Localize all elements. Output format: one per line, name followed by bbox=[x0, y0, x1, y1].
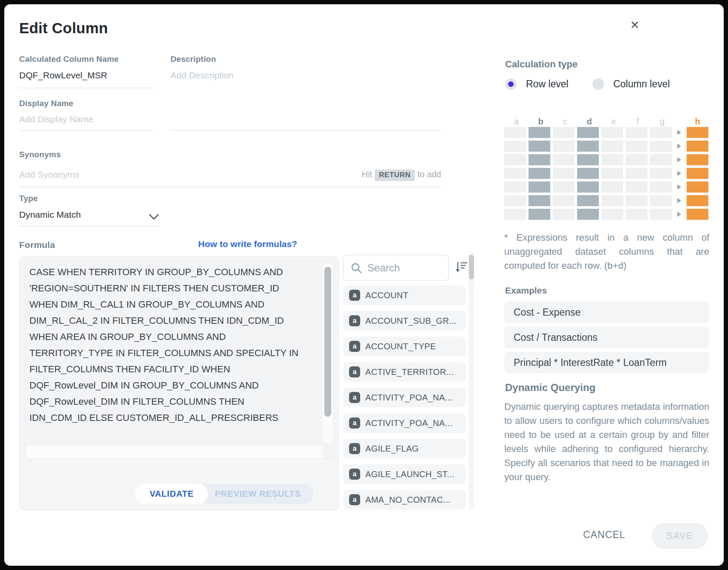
grid-cell bbox=[553, 181, 575, 193]
dynamic-querying-text: Dynamic querying captures metadata infor… bbox=[504, 400, 709, 484]
display-name-underline bbox=[19, 130, 153, 131]
grid-cell bbox=[529, 168, 550, 179]
grid-cell bbox=[601, 141, 623, 152]
example-item: Cost - Expense bbox=[504, 302, 709, 323]
list-item-label: ACCOUNT_SUB_GR... bbox=[365, 316, 456, 326]
search-box[interactable] bbox=[343, 255, 449, 281]
grid-letter: g bbox=[650, 117, 674, 127]
grid-cell bbox=[626, 154, 647, 165]
column-list-scrollbar-thumb[interactable] bbox=[469, 255, 474, 279]
radio-row-level-label: Row level bbox=[526, 78, 569, 90]
formula-scrollbar-thumb[interactable] bbox=[324, 267, 331, 417]
row-arrow-icon bbox=[674, 144, 684, 149]
grid-cell bbox=[626, 181, 647, 193]
page-title: Edit Column bbox=[19, 20, 108, 37]
list-item[interactable]: aACCOUNT bbox=[343, 285, 466, 305]
grid-cell bbox=[577, 127, 599, 138]
grid-letter: d bbox=[577, 117, 601, 127]
grid-cell bbox=[626, 195, 647, 206]
grid-cell bbox=[504, 154, 526, 165]
grid-row bbox=[504, 127, 708, 138]
list-item[interactable]: aACCOUNT_TYPE bbox=[343, 337, 466, 356]
calculated-column-name-input[interactable]: DQF_RowLevel_MSR bbox=[19, 70, 107, 81]
attribute-icon: a bbox=[349, 290, 360, 301]
close-icon[interactable]: ✕ bbox=[630, 20, 640, 31]
list-item[interactable]: aACTIVITY_POA_NA... bbox=[343, 388, 466, 407]
grid-cell-result bbox=[687, 195, 708, 206]
grid-letter: a bbox=[504, 117, 529, 127]
grid-row bbox=[504, 154, 708, 165]
grid-cell bbox=[504, 168, 526, 179]
grid-cell bbox=[650, 168, 672, 179]
grid-cell-result bbox=[687, 154, 708, 165]
list-item-label: ACCOUNT bbox=[365, 291, 408, 300]
formula-editor[interactable]: CASE WHEN TERRITORY IN GROUP_BY_COLUMNS … bbox=[25, 260, 335, 459]
calculation-type-options: Row level Column level bbox=[505, 78, 670, 90]
radio-column-level-label: Column level bbox=[613, 78, 670, 90]
grid-cell bbox=[504, 209, 526, 220]
attribute-icon: a bbox=[349, 417, 360, 429]
grid-cell-result bbox=[687, 168, 708, 179]
grid-rows bbox=[504, 127, 708, 220]
type-select[interactable]: Dynamic Match bbox=[19, 210, 81, 220]
column-list-scrollbar-track[interactable] bbox=[469, 252, 474, 510]
list-item-label: AGILE_FLAG bbox=[365, 444, 419, 454]
description-label: Description bbox=[170, 55, 216, 64]
search-input[interactable] bbox=[367, 262, 440, 274]
grid-cell bbox=[577, 168, 599, 179]
grid-letter: b bbox=[529, 117, 553, 127]
list-item[interactable]: aAMA_NO_CONTAC... bbox=[343, 490, 466, 510]
grid-cell bbox=[601, 168, 623, 179]
grid-cell bbox=[577, 209, 599, 220]
grid-cell bbox=[504, 141, 526, 152]
save-button[interactable]: SAVE bbox=[652, 523, 708, 549]
list-item[interactable]: aACTIVITY_POA_NA... bbox=[343, 413, 466, 433]
description-input[interactable]: Add Description bbox=[170, 70, 234, 81]
grid-cell-result bbox=[687, 181, 708, 193]
formula-hscrollbar[interactable] bbox=[26, 446, 323, 458]
radio-row-level[interactable] bbox=[505, 78, 517, 90]
synonyms-hint-prefix: Hit bbox=[362, 170, 372, 179]
radio-column-level[interactable] bbox=[592, 78, 604, 90]
display-name-input[interactable]: Add Display Name bbox=[19, 114, 93, 124]
chevron-down-icon[interactable] bbox=[148, 213, 159, 221]
list-item[interactable]: aACCOUNT_SUB_GR... bbox=[343, 311, 466, 331]
attribute-icon: a bbox=[349, 366, 360, 377]
grid-cell-result bbox=[687, 127, 708, 138]
grid-cell bbox=[529, 154, 550, 165]
grid-cell bbox=[529, 209, 550, 220]
list-item[interactable]: aAGILE_LAUNCH_ST... bbox=[343, 464, 466, 484]
search-icon bbox=[350, 262, 362, 274]
row-arrow-icon bbox=[674, 212, 684, 217]
grid-cell bbox=[577, 154, 599, 165]
sort-icon[interactable] bbox=[454, 260, 468, 274]
grid-letter: e bbox=[601, 117, 626, 127]
row-level-illustration: a b c d e f g h bbox=[504, 116, 708, 222]
row-level-note: * Expressions result in a new column of … bbox=[504, 230, 709, 273]
cancel-button[interactable]: CANCEL bbox=[583, 529, 625, 541]
synonyms-hint-suffix: to add bbox=[417, 170, 441, 179]
list-item[interactable]: aAGILE_FLAG bbox=[343, 439, 466, 458]
validate-button[interactable]: VALIDATE bbox=[135, 484, 208, 504]
preview-results-button[interactable]: PREVIEW RESULTS bbox=[198, 484, 314, 504]
grid-cell bbox=[650, 154, 672, 165]
examples-heading: Examples bbox=[505, 285, 547, 296]
synonyms-label: Synonyms bbox=[19, 150, 61, 159]
example-item: Principal * InterestRate * LoanTerm bbox=[504, 352, 709, 373]
synonyms-underline bbox=[19, 187, 441, 187]
attribute-icon: a bbox=[349, 469, 360, 480]
type-label: Type bbox=[19, 194, 38, 203]
row-arrow-icon bbox=[674, 198, 684, 203]
grid-row bbox=[504, 168, 708, 179]
grid-row bbox=[504, 209, 708, 220]
grid-cell bbox=[650, 141, 672, 152]
grid-cell bbox=[650, 127, 672, 138]
grid-cell bbox=[529, 181, 550, 193]
grid-cell bbox=[626, 127, 647, 138]
attribute-icon: a bbox=[349, 341, 360, 352]
list-item[interactable]: aACTIVE_TERRITOR... bbox=[343, 362, 466, 382]
grid-cell bbox=[577, 181, 599, 193]
grid-cell bbox=[553, 127, 575, 138]
list-item-label: AGILE_LAUNCH_ST... bbox=[365, 469, 454, 479]
formula-help-link[interactable]: How to write formulas? bbox=[198, 239, 297, 249]
